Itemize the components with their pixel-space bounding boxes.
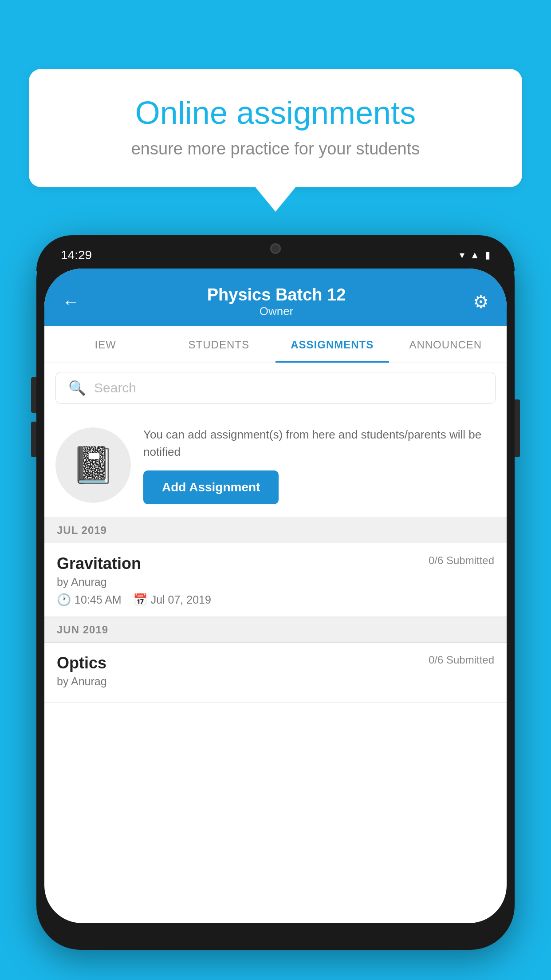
speech-bubble-container: Online assignments ensure more practice … (29, 69, 522, 212)
tab-assignments[interactable]: ASSIGNMENTS (276, 326, 389, 363)
phone-power-button (515, 399, 520, 457)
speech-bubble-arrow (256, 187, 295, 212)
settings-icon[interactable]: ⚙ (473, 292, 489, 312)
assignment-by-optics: by Anurag (57, 675, 494, 688)
assignment-meta-gravitation: 🕐 10:45 AM 📅 Jul 07, 2019 (57, 593, 494, 607)
assignment-by-gravitation: by Anurag (57, 576, 494, 589)
search-bar[interactable]: 🔍 Search (55, 372, 496, 404)
signal-icon: ▲ (470, 249, 480, 261)
search-container: 🔍 Search (44, 363, 507, 413)
assignment-top-row-optics: Optics 0/6 Submitted (57, 654, 494, 672)
tab-iew[interactable]: IEW (49, 326, 162, 363)
phone-screen: ← Physics Batch 12 Owner ⚙ IEW STUDENTS … (44, 269, 507, 923)
tabs-bar: IEW STUDENTS ASSIGNMENTS ANNOUNCEN (44, 326, 507, 363)
assignment-time-gravitation: 🕐 10:45 AM (57, 593, 122, 607)
search-placeholder-text: Search (94, 380, 136, 395)
assignment-time-value: 10:45 AM (75, 593, 122, 606)
assignment-date-value: Jul 07, 2019 (151, 593, 211, 606)
assignment-title-gravitation: Gravitation (57, 554, 141, 573)
speech-bubble: Online assignments ensure more practice … (29, 69, 522, 187)
search-icon: 🔍 (68, 379, 86, 396)
battery-icon: ▮ (485, 249, 490, 261)
phone-status-bar: 14:29 ▾ ▲ ▮ (36, 235, 515, 271)
month-separator-jul: JUL 2019 (44, 518, 507, 543)
tab-students[interactable]: STUDENTS (162, 326, 276, 363)
wifi-icon: ▾ (460, 249, 464, 261)
month-separator-jun: JUN 2019 (44, 617, 507, 643)
calendar-icon: 📅 (133, 593, 147, 607)
add-assignment-button[interactable]: Add Assignment (143, 470, 279, 504)
status-time: 14:29 (61, 248, 92, 262)
assignment-submitted-optics: 0/6 Submitted (429, 654, 494, 666)
assignment-icon-circle: 📓 (55, 427, 131, 503)
header-subtitle: Owner (207, 304, 346, 318)
header-center: Physics Batch 12 Owner (207, 285, 346, 318)
assignment-item-gravitation[interactable]: Gravitation 0/6 Submitted by Anurag 🕐 10… (44, 543, 507, 617)
assignment-date-gravitation: 📅 Jul 07, 2019 (133, 593, 211, 607)
phone-device: 14:29 ▾ ▲ ▮ ← Physics Batch 12 Owner ⚙ I… (36, 235, 515, 950)
header-title: Physics Batch 12 (207, 285, 346, 304)
info-description: You can add assignment(s) from here and … (143, 426, 496, 461)
phone-volume-up-button (31, 377, 36, 413)
front-camera (270, 243, 281, 254)
app-header: ← Physics Batch 12 Owner ⚙ (44, 269, 507, 326)
speech-bubble-subtitle: ensure more practice for your students (60, 139, 491, 158)
back-button[interactable]: ← (62, 292, 80, 312)
status-icons: ▾ ▲ ▮ (460, 249, 490, 261)
assignment-top-row: Gravitation 0/6 Submitted (57, 554, 494, 573)
assignment-title-optics: Optics (57, 654, 106, 672)
clock-icon: 🕐 (57, 593, 71, 607)
notebook-icon: 📓 (71, 444, 115, 486)
assignment-submitted-gravitation: 0/6 Submitted (429, 554, 494, 567)
info-section: 📓 You can add assignment(s) from here an… (44, 413, 507, 518)
phone-volume-down-button (31, 422, 36, 457)
assignment-item-optics[interactable]: Optics 0/6 Submitted by Anurag (44, 643, 507, 703)
phone-notch (231, 235, 320, 262)
tab-announcements[interactable]: ANNOUNCEN (389, 326, 503, 363)
info-right: You can add assignment(s) from here and … (143, 426, 496, 504)
speech-bubble-title: Online assignments (60, 95, 491, 130)
